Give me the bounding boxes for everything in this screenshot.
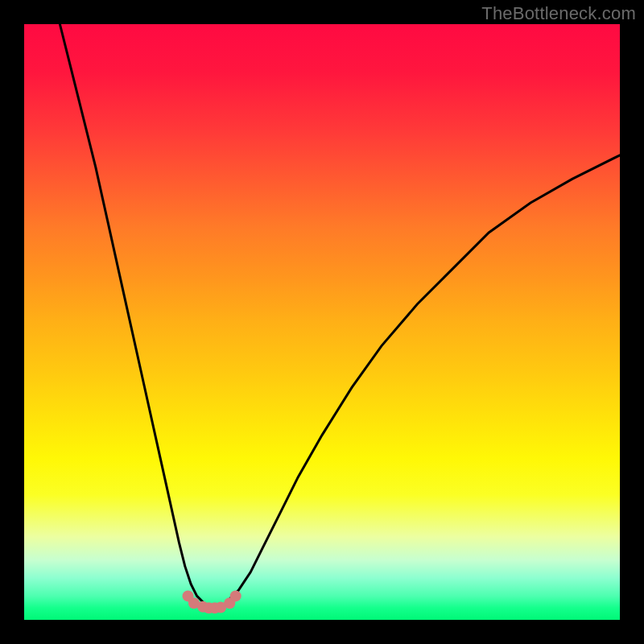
watermark-text: TheBottleneck.com <box>481 3 636 24</box>
curve-left-branch <box>60 24 203 602</box>
curve-right-branch <box>227 155 620 602</box>
plot-area <box>24 24 620 620</box>
bottom-marker-dots <box>183 590 242 613</box>
marker-dot <box>230 590 242 601</box>
chart-overlay <box>24 24 620 620</box>
chart-frame: TheBottleneck.com <box>0 0 644 644</box>
